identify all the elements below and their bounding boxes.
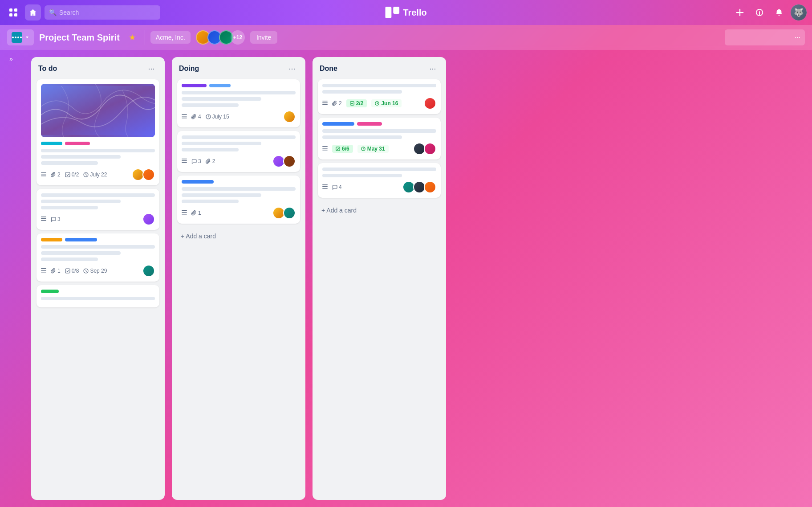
svg-rect-14 <box>41 218 46 219</box>
done-tag-blue <box>322 122 354 126</box>
card-avatar-teal <box>142 265 155 277</box>
done-card-2[interactable]: 6/6 May 31 <box>318 118 441 159</box>
todo-card-2[interactable]: 3 <box>37 189 159 230</box>
doing-card-1[interactable]: 4 July 15 <box>177 79 300 127</box>
svg-rect-37 <box>322 148 328 149</box>
doing-card-3[interactable]: 1 <box>177 176 300 224</box>
info-button[interactable] <box>751 4 767 20</box>
done-date-badge1: Jun 16 <box>371 99 402 107</box>
board-more-button[interactable]: ··· <box>725 29 805 45</box>
column-doing-menu[interactable]: ··· <box>286 62 298 75</box>
done-add-card-label: + Add a card <box>321 207 357 214</box>
done-checklist-value2: 6/6 <box>342 146 349 152</box>
todo-card-1-tags <box>41 142 155 145</box>
card-avatar-orange <box>142 168 155 181</box>
doing-card-3-tags <box>182 180 296 184</box>
doing-card-2-avatars <box>272 155 296 168</box>
done-tag-pink <box>357 122 382 126</box>
svg-rect-13 <box>41 217 46 217</box>
board-header: Project Team Spirit ★ Acme, Inc. +12 Inv… <box>0 25 812 50</box>
checklist-value: 0/2 <box>72 172 79 178</box>
doing-card-3-avatars <box>272 207 296 219</box>
done-add-card[interactable]: + Add a card <box>318 203 441 217</box>
svg-rect-29 <box>182 212 187 213</box>
todo-card-1[interactable]: 2 0/2 July 22 <box>37 79 159 185</box>
todo-card-2-meta: 3 <box>41 213 155 225</box>
doing-card-1-tags <box>182 84 296 87</box>
nav-right: 🐺 <box>732 4 807 20</box>
create-button[interactable] <box>732 4 748 20</box>
done-avatar-pink <box>424 143 436 155</box>
app-logo: Trello <box>385 7 426 18</box>
column-done-title: Done <box>320 65 337 73</box>
done-card-1-meta: 2 2/2 Jun 16 <box>322 97 436 110</box>
date-value3: Sep 29 <box>90 268 107 274</box>
workspace-name-button[interactable]: Acme, Inc. <box>150 31 191 44</box>
workspace-icon <box>12 32 22 43</box>
board-title: Project Team Spirit <box>39 33 120 43</box>
meta-checklist: 0/2 <box>65 172 79 178</box>
sidebar-toggle[interactable]: » <box>0 50 22 68</box>
grid-icon[interactable] <box>5 4 21 20</box>
todo-card-3[interactable]: 1 0/8 Sep 29 <box>37 233 159 282</box>
done-card-3[interactable]: 4 <box>318 163 441 198</box>
svg-rect-26 <box>182 160 187 161</box>
doing-add-card[interactable]: + Add a card <box>177 229 300 243</box>
done-date-value2: May 31 <box>367 146 385 152</box>
column-done-menu[interactable]: ··· <box>426 62 439 75</box>
done-checklist-badge2: 6/6 <box>332 145 353 153</box>
home-button[interactable] <box>25 4 41 20</box>
doing-meta-date1: July 15 <box>206 114 229 120</box>
meta-date: July 22 <box>83 172 107 178</box>
doing-meta-attach1: 4 <box>191 114 201 120</box>
user-avatar[interactable]: 🐺 <box>791 4 807 20</box>
svg-rect-25 <box>182 159 187 159</box>
done-card-1[interactable]: 2 2/2 Jun 16 <box>318 79 441 114</box>
done-card-2-avatars <box>413 143 436 155</box>
svg-rect-41 <box>322 184 328 185</box>
attachment-count: 2 <box>57 172 61 178</box>
todo-card-4[interactable] <box>37 285 159 307</box>
invite-button[interactable]: Invite <box>250 31 277 44</box>
doing-meta-menu3 <box>182 210 187 216</box>
star-button[interactable]: ★ <box>125 30 139 45</box>
svg-rect-43 <box>322 188 328 189</box>
search-bar[interactable]: 🔍 Search <box>45 5 160 20</box>
doing-avatar-beige <box>283 110 296 123</box>
card-avatar-purple <box>142 213 155 225</box>
doing-card-3-meta: 1 <box>182 207 296 219</box>
board-content: To do ··· <box>0 50 812 507</box>
done-card-3-meta: 4 <box>322 181 436 193</box>
svg-rect-19 <box>65 269 70 273</box>
doing-tag-blue <box>182 180 214 184</box>
svg-rect-10 <box>41 176 46 176</box>
doing-date-1: July 15 <box>212 114 229 120</box>
todo-card-2-avatars <box>142 213 155 225</box>
tag-yellow <box>41 238 62 241</box>
workspace-button[interactable] <box>7 29 34 45</box>
column-todo-menu[interactable]: ··· <box>145 62 158 75</box>
tag-blue <box>65 238 97 241</box>
svg-rect-16 <box>41 268 46 269</box>
done-avatar-orange <box>424 181 436 193</box>
meta-attach3: 1 <box>51 268 61 274</box>
meta-menu2 <box>41 217 46 222</box>
svg-rect-11 <box>65 172 70 177</box>
doing-card-2[interactable]: 3 2 <box>177 131 300 172</box>
svg-rect-31 <box>322 101 328 102</box>
done-card-1-avatars <box>424 97 436 110</box>
svg-rect-32 <box>322 102 328 103</box>
svg-rect-39 <box>336 147 340 151</box>
doing-card-1-meta: 4 July 15 <box>182 110 296 123</box>
doing-add-card-label: + Add a card <box>181 233 216 240</box>
meta-comments2: 3 <box>51 216 61 222</box>
more-members-button[interactable]: +12 <box>231 30 245 45</box>
meta-date3: Sep 29 <box>83 268 107 274</box>
doing-meta-menu1 <box>182 114 187 119</box>
column-todo: To do ··· <box>31 57 165 500</box>
doing-meta-menu2 <box>182 159 187 164</box>
done-meta-menu2 <box>322 146 328 151</box>
svg-rect-30 <box>182 214 187 215</box>
svg-rect-38 <box>322 150 328 151</box>
notifications-button[interactable] <box>771 4 787 20</box>
